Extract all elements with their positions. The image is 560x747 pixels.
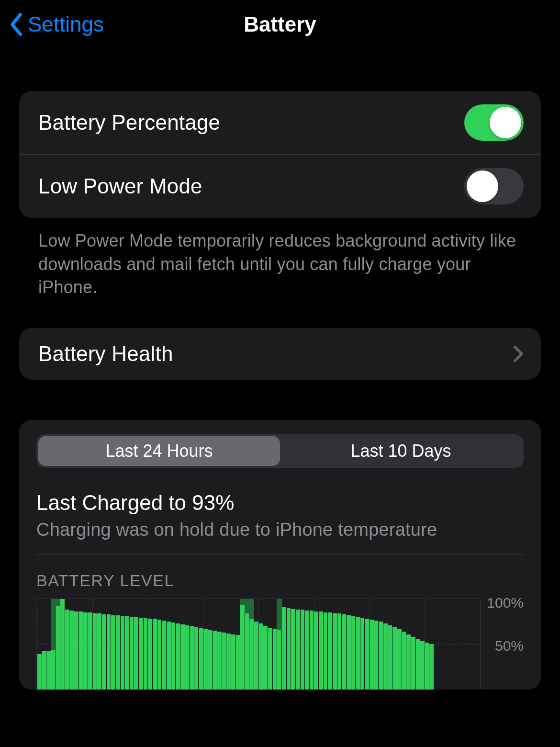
nav-bar: Settings Battery	[0, 0, 560, 48]
back-label: Settings	[28, 12, 104, 36]
chart-bar	[282, 607, 286, 690]
chart-bar	[213, 631, 217, 690]
chart-bar	[347, 615, 351, 690]
chart-bar	[97, 613, 101, 690]
chart-bar	[69, 611, 74, 689]
chart-bar	[148, 619, 152, 689]
chart-bar	[121, 616, 125, 690]
chart-bar	[379, 622, 383, 690]
row-label: Low Power Mode	[38, 174, 202, 198]
chart-bar	[305, 611, 309, 689]
chart-bar	[333, 613, 337, 690]
chart-bar	[130, 617, 134, 690]
chart-bar	[429, 644, 434, 690]
switch-knob	[467, 170, 498, 202]
chart-bar	[144, 618, 148, 689]
chart-bar	[231, 634, 235, 690]
chart-plot-area	[36, 599, 481, 690]
chart-bar	[249, 619, 254, 689]
chart-bar	[425, 643, 429, 690]
chart-bar	[167, 622, 171, 690]
chart-bar	[180, 624, 185, 690]
row-battery-health[interactable]: Battery Health	[19, 328, 541, 380]
page-title: Battery	[244, 12, 316, 36]
chart-bar	[259, 623, 263, 690]
chart-bar	[365, 619, 369, 689]
chart-bar	[402, 632, 406, 690]
chart-bar	[190, 626, 194, 689]
usage-group: Last 24 Hours Last 10 Days Last Charged …	[19, 420, 541, 690]
chart-bar	[217, 632, 222, 690]
chart-bar	[374, 621, 379, 690]
chart-bar	[171, 622, 176, 690]
row-label: Battery Percentage	[38, 111, 220, 135]
chart-bar	[83, 612, 88, 690]
chart-bar	[203, 629, 208, 690]
last-charged-status: Last Charged to 93% Charging was on hold…	[36, 468, 524, 555]
segment-last-10-days[interactable]: Last 10 Days	[280, 436, 522, 466]
chart-bar	[134, 617, 138, 690]
chart-bar	[356, 617, 360, 690]
chart-bar	[291, 609, 295, 690]
chart-bar	[56, 606, 60, 690]
chart-bar	[88, 612, 92, 690]
row-label: Battery Health	[38, 342, 173, 366]
chart-bar	[139, 618, 143, 689]
segmented-control: Last 24 Hours Last 10 Days	[36, 434, 524, 468]
chart-bar	[111, 615, 115, 690]
chart-bar	[296, 610, 300, 689]
y-tick-100: 100%	[487, 595, 524, 611]
chart-bar	[60, 599, 65, 690]
chart-bar	[277, 630, 281, 690]
chart-bar	[314, 611, 318, 690]
low-power-mode-toggle[interactable]	[464, 168, 524, 204]
chart-bar	[351, 616, 356, 690]
chart-bar	[79, 611, 83, 690]
chart-bar	[342, 614, 346, 690]
chart-bar	[420, 641, 425, 690]
chart-bar	[240, 605, 245, 690]
last-charged-subtitle: Charging was on hold due to iPhone tempe…	[36, 520, 524, 540]
chart-bar	[37, 654, 42, 690]
chart-bar	[93, 613, 97, 690]
chart-bar	[328, 612, 332, 690]
chart-bar	[406, 634, 411, 690]
chart-bar	[416, 639, 420, 690]
battery-health-group: Battery Health	[19, 328, 541, 380]
chart-bar	[51, 650, 56, 690]
chart-bar	[319, 611, 323, 690]
chart-bar	[226, 634, 231, 690]
toggles-group: Battery Percentage Low Power Mode	[19, 91, 541, 218]
chart-bar	[222, 633, 226, 690]
chart-bar	[153, 619, 157, 689]
chart-bar	[236, 635, 240, 689]
back-button[interactable]: Settings	[9, 12, 104, 36]
chart-bar	[245, 613, 249, 690]
chart-bar	[268, 628, 272, 690]
chart-bar	[176, 623, 180, 690]
chart-bar	[310, 611, 314, 689]
chart-bar	[383, 623, 388, 690]
chart-bar	[324, 612, 328, 690]
chart-bar	[337, 613, 342, 690]
chart-heading: BATTERY LEVEL	[36, 571, 524, 590]
last-charged-title: Last Charged to 93%	[36, 491, 524, 515]
chart-bar	[65, 610, 69, 689]
chart-bar	[287, 608, 291, 690]
chart-bar	[157, 620, 162, 690]
chart-bar	[74, 611, 78, 690]
switch-knob	[490, 107, 521, 138]
chart-bar	[42, 651, 46, 689]
chart-bar	[370, 620, 374, 690]
chart-bar	[185, 625, 190, 690]
battery-percentage-toggle[interactable]	[464, 104, 524, 141]
chart-bar	[411, 637, 415, 690]
chart-bar	[107, 614, 111, 690]
chart-bar	[194, 627, 199, 689]
row-low-power-mode: Low Power Mode	[19, 154, 541, 218]
segment-last-24-hours[interactable]: Last 24 Hours	[38, 436, 280, 466]
chevron-left-icon	[9, 13, 24, 36]
chart-bar	[102, 614, 106, 690]
chart-bar	[273, 629, 277, 690]
chart-bar	[388, 625, 392, 690]
